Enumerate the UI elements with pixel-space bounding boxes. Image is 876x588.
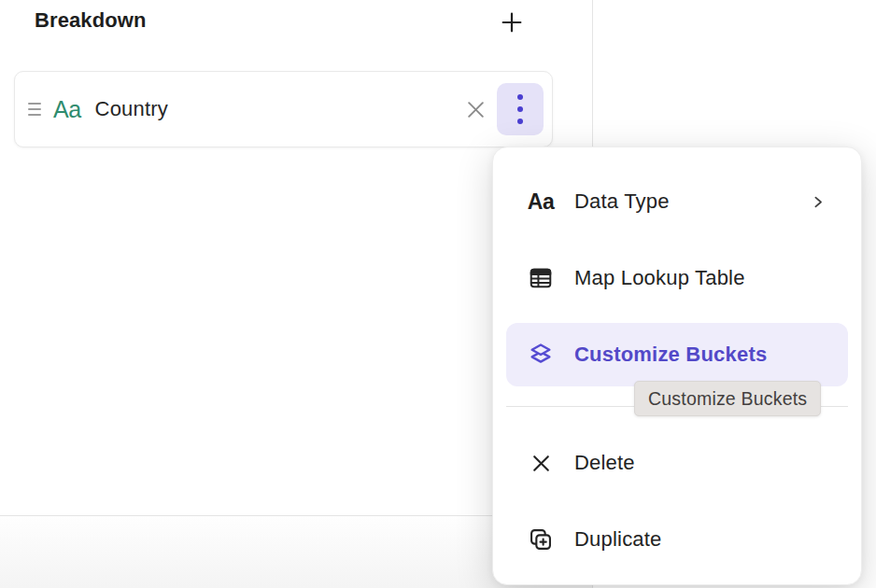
panel-title: Breakdown — [35, 8, 146, 33]
text-type-icon: Aa — [53, 96, 81, 123]
menu-item-label: Delete — [574, 451, 635, 475]
drag-handle-icon[interactable] — [28, 103, 42, 116]
menu-item-duplicate[interactable]: Duplicate — [506, 508, 848, 571]
table-icon — [527, 265, 555, 291]
menu-item-label: Customize Buckets — [574, 343, 767, 367]
more-options-button[interactable] — [497, 83, 544, 135]
layers-icon — [527, 342, 555, 368]
menu-item-data-type[interactable]: Aa Data Type — [506, 170, 848, 233]
add-breakdown-button[interactable] — [493, 4, 530, 41]
customize-buckets-tooltip: Customize Buckets — [634, 381, 821, 416]
delete-x-icon — [527, 452, 555, 475]
menu-item-label: Map Lookup Table — [574, 266, 745, 290]
breakdown-card-label: Country — [95, 97, 168, 121]
remove-breakdown-button[interactable] — [459, 92, 492, 126]
chevron-right-icon — [810, 194, 826, 210]
menu-item-customize-buckets[interactable]: Customize Buckets — [506, 323, 848, 386]
breakdown-options-menu: Aa Data Type Map Lookup Table Cust — [492, 147, 862, 585]
menu-item-delete[interactable]: Delete — [506, 431, 848, 495]
close-icon — [463, 97, 488, 122]
duplicate-copy-icon — [527, 526, 555, 553]
breakdown-card-country[interactable]: Aa Country — [14, 71, 553, 147]
data-type-icon: Aa — [527, 189, 555, 215]
menu-item-map-lookup-table[interactable]: Map Lookup Table — [506, 246, 848, 310]
menu-item-label: Data Type — [574, 189, 670, 214]
breakdown-panel-header: Breakdown — [0, 0, 592, 56]
plus-icon — [499, 9, 525, 35]
menu-item-label: Duplicate — [574, 527, 662, 552]
